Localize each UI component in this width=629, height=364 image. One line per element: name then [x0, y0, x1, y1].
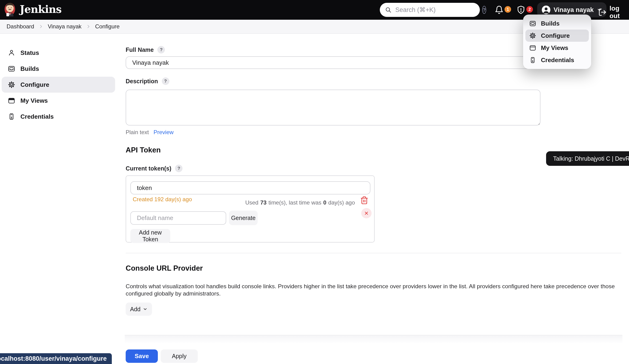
link-status-url: localhost:8080/user/vinaya/configure: [0, 353, 112, 364]
sidebar-item-configure[interactable]: Configure: [2, 77, 115, 93]
help-icon[interactable]: ?: [162, 77, 169, 85]
current-tokens-label: Current token(s): [126, 165, 171, 172]
add-new-token-button[interactable]: Add new Token: [130, 229, 170, 243]
full-name-label: Full Name: [126, 46, 154, 53]
notifications-bell-icon[interactable]: [495, 5, 504, 14]
cancel-new-token-icon[interactable]: ×: [361, 208, 372, 218]
user-name-label: Vinaya nayak: [554, 6, 594, 14]
usage-count: 73: [260, 199, 267, 206]
usage-last-count: 0: [323, 199, 326, 206]
sidebar-item-label: Builds: [20, 65, 39, 73]
menu-item-label: Configure: [541, 32, 570, 39]
plain-text-label: Plain text: [126, 129, 149, 136]
help-icon[interactable]: ?: [157, 46, 165, 53]
full-name-input[interactable]: [126, 56, 540, 69]
security-badge[interactable]: 2: [526, 6, 533, 13]
brand-wordmark: Jenkins: [20, 3, 62, 15]
description-label-row: Description ?: [126, 77, 169, 85]
sidebar-item-label: Credentials: [20, 113, 54, 120]
sidebar-item-label: Configure: [20, 81, 49, 89]
search-box[interactable]: ?: [380, 3, 480, 17]
usage-mid: time(s), last time was: [269, 199, 321, 206]
usage-prefix: Used: [245, 199, 258, 206]
sidebar-item-builds[interactable]: Builds: [2, 61, 115, 77]
generate-token-button[interactable]: Generate: [229, 211, 258, 225]
gear-icon: [8, 81, 15, 89]
logout-button[interactable]: log out: [598, 5, 629, 20]
id-card-icon: [529, 57, 536, 64]
security-shield-icon[interactable]: [516, 5, 525, 14]
window-icon: [529, 44, 536, 51]
sidebar-item-label: Status: [20, 49, 39, 57]
user-dropdown-menu: Builds Configure My Views: [523, 14, 591, 69]
chevron-down-icon: [143, 307, 148, 311]
full-name-label-row: Full Name ?: [126, 46, 165, 53]
description-mode-row: Plain text Preview: [126, 129, 173, 136]
jenkins-home-link[interactable]: Jenkins: [4, 2, 62, 16]
breadcrumb-configure[interactable]: Configure: [95, 23, 120, 30]
gear-icon: [529, 32, 536, 39]
add-provider-label: Add: [130, 306, 141, 313]
description-textarea[interactable]: [126, 90, 540, 125]
id-card-icon: [8, 113, 15, 120]
person-icon: [8, 49, 15, 57]
menu-item-my-views[interactable]: My Views: [525, 42, 589, 54]
section-divider: [126, 253, 621, 253]
jenkins-logo-icon: [4, 2, 16, 16]
sidebar-item-label: My Views: [20, 97, 48, 104]
current-tokens-label-row: Current token(s) ?: [126, 165, 182, 172]
preview-link[interactable]: Preview: [154, 129, 173, 136]
search-icon: [385, 6, 392, 13]
new-token-name-input[interactable]: [130, 211, 226, 225]
builds-icon: [529, 20, 536, 27]
description-label: Description: [126, 78, 158, 85]
sidebar-item-my-views[interactable]: My Views: [2, 93, 115, 109]
footer-gradient: [125, 335, 623, 344]
screenshare-talking-toast: Talking: Dhrubajyoti C | DevRel En...: [546, 151, 629, 166]
menu-item-builds[interactable]: Builds: [525, 17, 589, 30]
chevron-right-icon: [39, 24, 43, 29]
jenkins-user-configure-page: Jenkins ? 1 2: [0, 0, 629, 364]
api-token-heading: API Token: [126, 146, 161, 154]
help-icon[interactable]: ?: [175, 165, 182, 172]
sidebar-item-credentials[interactable]: Credentials: [2, 109, 115, 125]
chevron-right-icon: [86, 24, 90, 29]
avatar-icon: [541, 5, 551, 14]
token-created-label: Created 192 day(s) ago: [133, 196, 192, 203]
add-provider-button[interactable]: Add: [126, 303, 152, 316]
save-button[interactable]: Save: [126, 350, 158, 363]
breadcrumb-user[interactable]: Vinaya nayak: [48, 23, 82, 30]
notifications-badge[interactable]: 1: [504, 6, 511, 13]
menu-item-label: Builds: [541, 20, 559, 27]
token-group: Created 192 day(s) ago Used 73 time(s), …: [126, 176, 375, 243]
token-name-input[interactable]: [130, 181, 370, 194]
breadcrumb-dashboard[interactable]: Dashboard: [6, 23, 34, 30]
apply-button[interactable]: Apply: [161, 350, 198, 363]
builds-icon: [8, 65, 15, 73]
console-url-provider-description: Controls what visualization tool handles…: [126, 283, 621, 297]
token-usage-label: Used 73 time(s), last time was 0 day(s) …: [245, 199, 355, 206]
sidebar-item-status[interactable]: Status: [2, 45, 115, 61]
menu-item-credentials[interactable]: Credentials: [525, 54, 589, 66]
menu-item-configure[interactable]: Configure: [525, 30, 589, 42]
menu-item-label: Credentials: [541, 57, 574, 64]
console-url-provider-heading: Console URL Provider: [126, 264, 203, 273]
logout-label: log out: [610, 5, 629, 20]
search-input[interactable]: [395, 6, 478, 14]
usage-suffix: day(s) ago: [328, 199, 355, 206]
delete-token-icon[interactable]: [360, 196, 368, 204]
sidebar: Status Builds Configure: [0, 34, 118, 125]
menu-item-label: My Views: [541, 44, 568, 52]
window-icon: [8, 97, 15, 104]
logout-icon: [598, 8, 607, 16]
search-help-icon[interactable]: ?: [482, 6, 486, 14]
